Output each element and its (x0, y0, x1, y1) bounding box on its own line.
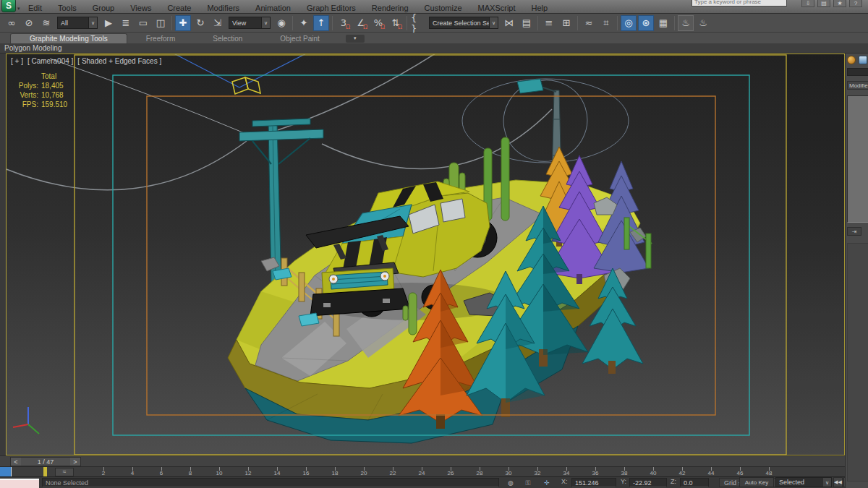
communication-center-icon[interactable]: ▤ (817, 0, 830, 7)
modify-tab-icon[interactable] (859, 56, 867, 64)
track-bar-ruler[interactable]: 2468101214161820222426283032343638404244… (76, 467, 828, 477)
command-panel-tabs (847, 56, 867, 64)
select-and-scale-icon[interactable]: ⇲ (210, 15, 226, 31)
modifier-stack-list[interactable] (847, 95, 868, 223)
menu-views[interactable]: Views (124, 3, 158, 13)
stats-verts-label: Verts: (15, 90, 40, 100)
key-filter-dropdown[interactable]: Selected ∨ (775, 477, 832, 487)
time-slider-track[interactable]: < 1 / 47 > (0, 455, 868, 466)
layer-manager-icon[interactable]: ≡ (541, 15, 557, 31)
next-frame-arrow[interactable]: > (70, 458, 80, 466)
trackbar-tick-label: 44 (708, 470, 715, 476)
trackbar-tick-label: 10 (216, 470, 223, 476)
rectangular-selection-icon[interactable]: ▭ (135, 15, 151, 31)
viewport-pov-menu[interactable]: [ Camera004 ] (27, 57, 73, 65)
render-setup-icon[interactable]: ⊛ (638, 15, 654, 31)
trackbar-tick-label: 30 (506, 470, 512, 476)
transform-gizmo-icon[interactable]: ✛ (541, 479, 553, 487)
viewport-nav-menu[interactable]: [ + ] (11, 57, 23, 65)
schematic-view-icon[interactable]: ⌗ (598, 15, 614, 31)
window-crossing-icon[interactable]: ◫ (153, 15, 169, 31)
reference-coordinate-system-dropdown[interactable]: View∨ (229, 17, 271, 29)
selection-filter-dropdown[interactable]: All∨ (57, 17, 98, 29)
menu-animation[interactable]: Animation (249, 3, 297, 13)
x-coord-label: X: (561, 478, 568, 485)
track-bar[interactable]: ≈ 24681012141618202224262830323436384042… (0, 466, 868, 476)
menu-create[interactable]: Create (161, 3, 197, 13)
maxscript-listener-scrollbox[interactable] (0, 467, 12, 477)
select-by-name-icon[interactable]: ≣ (118, 15, 134, 31)
select-and-move-icon[interactable]: ✚ (175, 15, 191, 31)
ribbon-panel-strip[interactable]: Polygon Modeling (0, 43, 868, 53)
titlebar: S ▾ EditToolsGroupViewsCreateModifiersAn… (0, 0, 868, 14)
menu-customize[interactable]: Customize (418, 3, 469, 13)
z-coord-field[interactable]: 0.0 (680, 478, 709, 487)
scene-explorer-icon[interactable]: ⊞ (558, 15, 574, 31)
menu-edit[interactable]: Edit (22, 3, 48, 13)
menu-rendering[interactable]: Rendering (365, 3, 415, 13)
bind-to-space-warp-icon[interactable]: ≋ (38, 15, 54, 31)
percent-snap-icon[interactable]: %Ω (370, 15, 386, 31)
keyboard-shortcut-override-icon[interactable]: ↑ (313, 15, 329, 31)
snaps-toggle-3d-icon[interactable]: 3Ω (336, 15, 352, 31)
subscription-icon[interactable]: ⇩ (801, 0, 814, 7)
favorites-icon[interactable]: ★ (833, 0, 846, 7)
tab-object-paint[interactable]: Object Paint (261, 34, 338, 43)
tab-freeform[interactable]: Freeform (127, 34, 195, 43)
select-and-link-icon[interactable]: ∞ (4, 15, 20, 31)
viewport-shading-menu[interactable]: [ Shaded + Edged Faces ] (77, 57, 161, 65)
menu-tools[interactable]: Tools (51, 3, 83, 13)
render-iterative-icon[interactable]: ♨ (695, 15, 711, 31)
select-object-icon[interactable]: ▶ (101, 15, 116, 31)
camera-viewport[interactable]: [ + ] [ Camera004 ] [ Shaded + Edged Fac… (6, 53, 845, 455)
maxscript-mini-listener[interactable] (0, 479, 39, 488)
unlink-selection-icon[interactable]: ⊘ (21, 15, 37, 31)
x-coord-field[interactable]: 151.246 (571, 478, 616, 487)
application-menu-button[interactable]: S (1, 0, 16, 12)
tab-selection[interactable]: Selection (194, 34, 261, 43)
help-icon[interactable]: ? (849, 0, 862, 7)
menu-group[interactable]: Group (86, 3, 122, 13)
viewport-canvas[interactable] (7, 54, 846, 456)
create-tab-icon[interactable] (847, 56, 856, 64)
object-name-field[interactable] (847, 68, 868, 76)
y-coord-field[interactable]: -22.92 (629, 478, 667, 487)
material-editor-icon[interactable]: ◎ (621, 15, 637, 31)
menu-help[interactable]: Help (525, 3, 555, 13)
named-selection-set-dropdown[interactable]: Create Selection Se∨ (429, 17, 498, 29)
edit-named-selection-sets-icon[interactable]: { } (410, 15, 426, 31)
viewport-statistics: Total Polys: 18,405 Verts: 10,768 FPS: 1… (15, 72, 69, 109)
menu-maxscript[interactable]: MAXScript (472, 3, 522, 13)
auto-key-button[interactable]: Auto Key (739, 477, 774, 487)
menu-graph-editors[interactable]: Graph Editors (300, 3, 362, 13)
menu-modifiers[interactable]: Modifiers (200, 3, 246, 13)
tab-graphite-modeling-tools[interactable]: Graphite Modeling Tools (10, 33, 127, 43)
time-slider-handle[interactable]: < 1 / 47 > (10, 457, 81, 466)
modifier-list-dropdown[interactable]: Modifie (847, 81, 868, 90)
rendered-frame-window-icon[interactable]: ▦ (655, 15, 671, 31)
align-icon[interactable]: ▤ (519, 15, 535, 31)
use-pivot-point-icon[interactable]: ◉ (273, 15, 289, 31)
curve-editor-icon[interactable]: ≈ (581, 15, 597, 31)
render-production-icon[interactable]: ♨ (678, 15, 694, 31)
ribbon-minimize-button[interactable]: ▾ (346, 35, 365, 43)
isolate-selection-icon[interactable]: ◍ (505, 479, 516, 487)
trackbar-tick-label: 18 (332, 470, 339, 476)
application-menu-arrow-icon[interactable]: ▾ (17, 6, 20, 12)
mini-curve-editor-button[interactable]: ≈ (55, 468, 74, 476)
info-center-search-input[interactable] (692, 0, 787, 7)
spinner-snap-icon[interactable]: ⇅Ω (388, 15, 404, 31)
mirror-icon[interactable]: ⋈ (501, 15, 517, 31)
angle-snap-icon[interactable]: ∠Ω (353, 15, 369, 31)
selection-lock-icon[interactable]: ⚿ (522, 479, 534, 487)
reference-coordinate-system-dropdown-value: View (229, 20, 261, 27)
car[interactable] (306, 181, 509, 320)
pin-stack-icon[interactable]: ⇥ (847, 227, 861, 236)
current-time-marker[interactable] (43, 467, 47, 477)
select-and-manipulate-icon[interactable]: ✦ (296, 15, 312, 31)
previous-frame-arrow[interactable]: < (11, 458, 21, 466)
go-to-start-button[interactable]: ◀◀ (833, 477, 843, 487)
named-selection-set-dropdown-value: Create Selection Se (430, 20, 489, 27)
select-and-rotate-icon[interactable]: ↻ (192, 15, 208, 31)
magnet-icon: Ω (346, 24, 350, 30)
